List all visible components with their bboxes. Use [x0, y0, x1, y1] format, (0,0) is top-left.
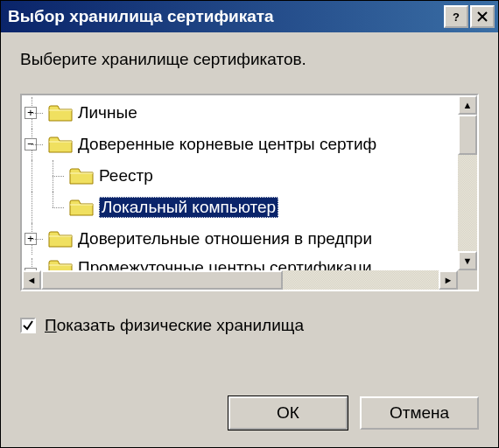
ok-button[interactable]: ОК: [228, 396, 348, 430]
close-button[interactable]: [470, 5, 495, 28]
folder-icon: [69, 198, 94, 217]
vertical-scroll-track[interactable]: [458, 115, 477, 251]
tree-node[interactable]: −Доверенные корневые центры сертиф: [22, 129, 458, 160]
scroll-left-button[interactable]: ◄: [22, 270, 41, 290]
show-physical-stores-option[interactable]: Показать физические хранилища: [20, 316, 479, 335]
titlebar-text: Выбор хранилища сертификата: [8, 7, 444, 26]
close-icon: [477, 11, 488, 22]
dialog-body: Выберите хранилище сертификатов. +Личные…: [1, 32, 498, 351]
tree-node-label: Локальный компьютер: [99, 197, 278, 218]
expand-icon[interactable]: +: [25, 107, 37, 119]
horizontal-scrollbar[interactable]: ◄ ►: [22, 270, 458, 290]
scroll-up-button[interactable]: ▲: [458, 95, 477, 115]
tree-view-frame: +Личные−Доверенные корневые центры серти…: [20, 94, 479, 291]
arrow-left-icon: ◄: [27, 276, 37, 285]
folder-icon: [48, 229, 73, 248]
tree-node[interactable]: +Личные: [22, 97, 458, 129]
scroll-corner: [458, 270, 477, 290]
tree-node[interactable]: +Доверительные отношения в предпри: [22, 223, 458, 255]
arrow-right-icon: ►: [444, 276, 453, 285]
vertical-scroll-thumb[interactable]: [458, 115, 477, 155]
svg-text:?: ?: [453, 10, 460, 23]
show-physical-stores-checkbox[interactable]: [20, 318, 36, 333]
show-physical-stores-label: Показать физические хранилища: [45, 316, 304, 335]
arrow-up-icon: ▲: [463, 101, 473, 110]
tree-node-label: Реестр: [99, 166, 153, 186]
certificate-store-dialog: Выбор хранилища сертификата ? Выберите х…: [0, 0, 499, 448]
horizontal-scroll-track[interactable]: [41, 270, 439, 290]
expand-icon[interactable]: +: [25, 233, 37, 245]
folder-icon: [48, 103, 73, 122]
tree-view[interactable]: +Личные−Доверенные корневые центры серти…: [22, 95, 458, 270]
titlebar[interactable]: Выбор хранилища сертификата ?: [1, 1, 498, 32]
horizontal-scroll-thumb[interactable]: [41, 270, 283, 290]
help-icon: ?: [450, 10, 462, 23]
tree-node-label: Доверенные корневые центры сертиф: [78, 135, 376, 154]
vertical-scrollbar[interactable]: ▲ ▼: [458, 95, 477, 270]
collapse-icon[interactable]: −: [25, 138, 37, 150]
help-button[interactable]: ?: [444, 5, 468, 28]
tree-node[interactable]: Реестр: [22, 160, 458, 192]
tree-node-label: Личные: [78, 103, 137, 122]
tree-node[interactable]: Локальный компьютер: [22, 192, 458, 223]
folder-icon: [48, 135, 73, 154]
tree-node-label: Доверительные отношения в предпри: [78, 229, 372, 248]
arrow-down-icon: ▼: [463, 256, 473, 266]
tree-node[interactable]: +Промежуточные центры сертификаци: [22, 255, 458, 270]
folder-icon: [48, 258, 73, 270]
instruction-text: Выберите хранилище сертификатов.: [20, 50, 479, 69]
scroll-right-button[interactable]: ►: [439, 270, 458, 290]
scroll-down-button[interactable]: ▼: [458, 251, 477, 270]
cancel-button[interactable]: Отмена: [360, 396, 479, 430]
checkmark-icon: [22, 319, 34, 332]
footer-buttons: ОК Отмена: [228, 396, 479, 430]
folder-icon: [69, 166, 94, 186]
tree-node-label: Промежуточные центры сертификаци: [78, 258, 372, 270]
expand-icon[interactable]: +: [25, 268, 37, 270]
